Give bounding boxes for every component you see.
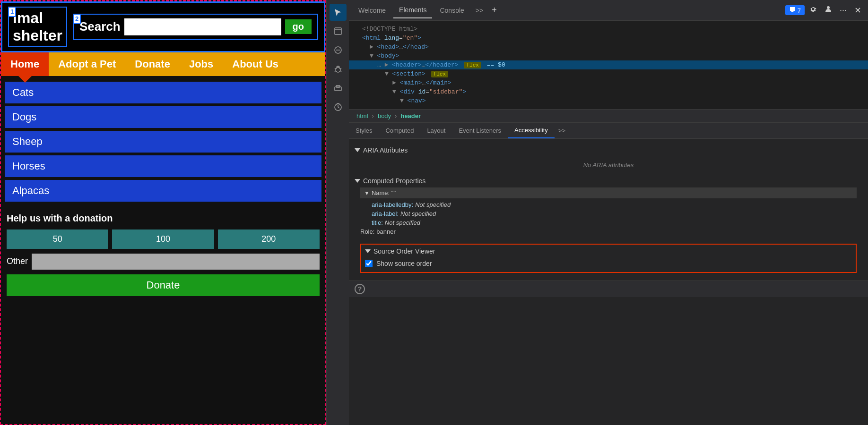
devtools-panel: Welcome Elements Console >> + 7 ··· ✕ <!… <box>349 0 868 425</box>
cursor-icon[interactable] <box>330 4 347 21</box>
role-value: banner <box>376 228 395 235</box>
dom-line-main[interactable]: ► <main>…</main> <box>349 78 868 87</box>
prop-tab-accessibility[interactable]: Accessibility <box>508 123 555 138</box>
properties-tabs: Styles Computed Layout Event Listeners A… <box>349 123 868 139</box>
animal-item-cats[interactable]: Cats <box>5 82 321 103</box>
new-tab-button[interactable]: + <box>489 3 500 17</box>
tab-console[interactable]: Console <box>434 3 469 18</box>
breadcrumb-body[interactable]: body <box>376 111 393 120</box>
dom-tree: <!DOCTYPE html> <html lang="en"> ► <head… <box>349 21 868 110</box>
computed-section-header[interactable]: Computed Properties <box>355 177 862 185</box>
tab-elements[interactable]: Elements <box>393 2 432 18</box>
breadcrumb-html[interactable]: html <box>355 111 370 120</box>
donation-other-row: Other <box>7 254 320 270</box>
site-nav: Home Adopt a Pet Donate Jobs About Us <box>1 52 325 76</box>
dom-line-header[interactable]: … ► <header>…</header> flex == $0 <box>349 60 868 69</box>
aria-label-row: aria-label: Not specified <box>360 209 857 218</box>
no-aria-message: No ARIA attributes <box>355 157 862 173</box>
svg-line-14 <box>338 107 339 108</box>
source-order-title: Source Order Viewer <box>373 247 435 255</box>
title-value: Not specified <box>385 219 420 226</box>
search-badge-2: 2 <box>73 14 81 24</box>
logo-badge-1: 1 <box>8 7 16 17</box>
title-key: title: <box>372 219 383 226</box>
dom-line-section[interactable]: ▼ <section> flex <box>349 69 868 78</box>
animal-item-alpacas[interactable]: Alpacas <box>5 180 321 202</box>
dom-line-head[interactable]: ► <head>…</head> <box>349 42 868 51</box>
bug-icon[interactable] <box>330 60 347 77</box>
svg-line-8 <box>335 71 336 72</box>
tools-icon[interactable] <box>330 79 347 96</box>
aria-labelledby-row: aria-labelledby: Not specified <box>360 200 857 209</box>
dom-line-sidebar[interactable]: ▼ <div id="sidebar"> <box>349 87 868 96</box>
aria-section-title: ARIA Attributes <box>363 146 408 154</box>
animal-list: Cats Dogs Sheep Horses Alpacas <box>1 76 325 205</box>
search-go-button[interactable]: go <box>285 19 312 34</box>
aria-label-key: aria-label: <box>372 210 399 217</box>
donation-amount-200[interactable]: 200 <box>218 230 320 249</box>
svg-rect-0 <box>335 28 341 34</box>
nav-item-adopt[interactable]: Adopt a Pet <box>49 52 125 76</box>
breadcrumb-header[interactable]: header <box>399 111 423 120</box>
more-tabs-icon[interactable]: >> <box>472 7 487 14</box>
donate-button[interactable]: Donate <box>7 274 320 296</box>
devtools-left-sidebar <box>326 0 349 425</box>
donation-title: Help us with a donation <box>7 213 320 224</box>
donation-amount-50[interactable]: 50 <box>7 230 108 249</box>
dom-line-doctype[interactable]: <!DOCTYPE html> <box>349 25 868 34</box>
help-icon[interactable]: ? <box>355 284 365 294</box>
tab-welcome[interactable]: Welcome <box>353 3 391 18</box>
svg-rect-11 <box>336 85 340 87</box>
role-row: Role: banner <box>360 227 857 236</box>
nav-item-about[interactable]: About Us <box>223 52 288 76</box>
donation-amount-100[interactable]: 100 <box>112 230 214 249</box>
dom-line-nav[interactable]: ▼ <nav> <box>349 96 868 105</box>
search-input[interactable] <box>124 18 281 35</box>
show-source-order-label[interactable]: Show source order <box>376 260 432 267</box>
site-header: 1 imal shelter 2 Search go <box>1 1 325 52</box>
accessibility-content: ARIA Attributes No ARIA attributes Compu… <box>349 139 868 280</box>
nav-item-home[interactable]: Home <box>1 52 49 76</box>
nav-item-donate[interactable]: Donate <box>125 52 180 76</box>
svg-point-16 <box>827 6 830 9</box>
prop-tab-styles[interactable]: Styles <box>349 123 379 138</box>
aria-section-header[interactable]: ARIA Attributes <box>355 146 862 154</box>
donation-amounts: 50 100 200 <box>7 230 320 249</box>
computed-section-title: Computed Properties <box>363 177 425 185</box>
search-area: 2 Search go <box>73 14 318 40</box>
donation-other-input[interactable] <box>32 254 320 270</box>
no-entry-icon[interactable] <box>330 42 347 59</box>
prop-tab-more-icon[interactable]: >> <box>555 127 569 134</box>
animal-item-dogs[interactable]: Dogs <box>5 106 321 128</box>
properties-panel: Styles Computed Layout Event Listeners A… <box>349 123 868 425</box>
aria-label-value: Not specified <box>400 210 436 217</box>
title-row: title: Not specified <box>360 218 857 227</box>
person-icon[interactable] <box>822 3 835 17</box>
animal-item-horses[interactable]: Horses <box>5 155 321 177</box>
bottom-bar: ? <box>349 280 868 297</box>
dom-line-body[interactable]: ▼ <body> <box>349 51 868 60</box>
search-label: Search <box>79 19 121 34</box>
name-row[interactable]: ▼ Name: "" <box>360 187 857 198</box>
animal-item-sheep[interactable]: Sheep <box>5 131 321 153</box>
source-order-header[interactable]: Source Order Viewer <box>365 247 852 255</box>
inspector-icon[interactable] <box>330 23 347 40</box>
close-icon[interactable]: ✕ <box>851 3 864 17</box>
show-source-order-checkbox[interactable] <box>365 260 373 267</box>
donation-other-label: Other <box>7 256 28 266</box>
more-options-icon[interactable]: ··· <box>837 3 850 17</box>
nav-item-jobs[interactable]: Jobs <box>180 52 223 76</box>
prop-tab-event-listeners[interactable]: Event Listeners <box>452 123 508 138</box>
badge-count-button[interactable]: 7 <box>785 5 805 15</box>
aria-labelledby-key: aria-labelledby: <box>372 201 413 208</box>
prop-tab-computed[interactable]: Computed <box>379 123 420 138</box>
devtools-toolbar: Welcome Elements Console >> + 7 ··· ✕ <box>349 0 868 21</box>
dom-line-html[interactable]: <html lang="en"> <box>349 34 868 42</box>
timer-icon[interactable] <box>330 98 347 115</box>
elements-panel: <!DOCTYPE html> <html lang="en"> ► <head… <box>349 21 868 425</box>
settings-icon[interactable] <box>807 3 820 17</box>
svg-point-4 <box>336 68 340 72</box>
prop-tab-layout[interactable]: Layout <box>420 123 452 138</box>
svg-line-9 <box>340 71 341 72</box>
name-label: Name: "" <box>372 189 396 196</box>
